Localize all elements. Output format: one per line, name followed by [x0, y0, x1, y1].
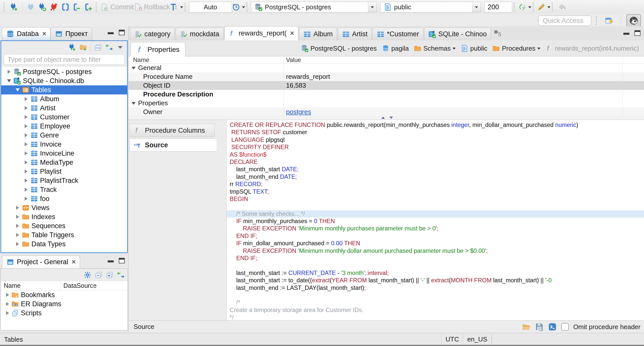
project-item-er-diagrams[interactable]: ER Diagrams [1, 299, 128, 308]
maximize-icon[interactable] [634, 30, 640, 36]
tab-database-navigator[interactable]: Databa × [2, 27, 51, 40]
breadcrumb-public[interactable]: public [459, 45, 489, 52]
grid-row-object-id[interactable]: Object ID16,583 [129, 81, 644, 90]
tree-item-artist[interactable]: Artist [1, 103, 127, 113]
collapsed-arrow-icon[interactable] [25, 151, 28, 155]
link-editor-icon[interactable] [105, 44, 113, 51]
collapsed-arrow-icon[interactable] [25, 188, 28, 192]
detail-tab-procedure-columns[interactable]: fProcedure Columns [130, 124, 215, 137]
maximize-icon[interactable] [119, 258, 125, 263]
collapsed-arrow-icon[interactable] [6, 311, 9, 315]
collapsed-arrow-icon[interactable] [6, 293, 9, 297]
collapsed-arrow-icon[interactable] [16, 215, 19, 219]
tree-item-indexes[interactable]: Indexes [1, 212, 127, 221]
collapsed-arrow-icon[interactable] [25, 160, 28, 164]
tree-item-foo[interactable]: foo [1, 194, 127, 203]
collapsed-arrow-icon[interactable] [16, 233, 19, 237]
commit-button[interactable]: Commit [100, 1, 134, 13]
new-connection-button[interactable] [8, 1, 20, 13]
sash-collapse-down-icon[interactable] [389, 117, 393, 119]
panel-sash[interactable] [129, 116, 644, 120]
plug-add-icon[interactable] [68, 44, 76, 51]
collapsed-arrow-icon[interactable] [16, 206, 19, 210]
detail-tab-source[interactable]: <>TSource [130, 139, 217, 152]
breadcrumb-postgresql-postgres[interactable]: PostgreSQL - postgres [299, 45, 378, 52]
tree-item-mediatype[interactable]: MediaType [1, 158, 127, 167]
folder-add-icon[interactable] [79, 44, 87, 51]
open-perspective-button[interactable] [603, 15, 615, 26]
tab-project-explorer[interactable]: Проект [51, 27, 92, 40]
breadcrumb-rewards-report-int4-numeric[interactable]: frewards_report(int4,numeric) [544, 45, 640, 52]
tree-item-postgresql-postgres[interactable]: PostgreSQL - postgres [1, 67, 127, 76]
tree-item-employee[interactable]: Employee [1, 122, 127, 131]
tab-project-general[interactable]: Project - General × [2, 255, 80, 268]
transaction-log-button[interactable] [170, 1, 183, 13]
combo-arrow-button[interactable] [472, 2, 481, 12]
disconnect-button[interactable] [48, 1, 60, 13]
breadcrumb-schemas[interactable]: Schemas [412, 45, 457, 52]
column-divider[interactable] [623, 56, 623, 116]
grid-row-owner[interactable]: Ownerpostgres [129, 108, 644, 116]
reconnect-button[interactable] [36, 1, 48, 13]
collapsed-arrow-icon[interactable] [25, 115, 28, 119]
collapsed-arrow-icon[interactable] [25, 169, 28, 174]
property-value[interactable]: postgres [284, 108, 644, 116]
collapsed-arrow-icon[interactable] [6, 302, 9, 306]
transaction-history-button[interactable] [232, 1, 245, 13]
column-name[interactable]: Name [1, 282, 61, 289]
connection-combo[interactable]: PostgreSQL - postgres [251, 2, 377, 12]
save-icon[interactable] [535, 323, 544, 331]
tab-close-icon[interactable]: × [290, 29, 294, 37]
close-icon[interactable]: × [42, 30, 46, 38]
transaction-add-button[interactable] [83, 1, 94, 13]
property-value[interactable]: 16,583 [284, 82, 644, 89]
connect-button[interactable] [25, 1, 36, 13]
property-value[interactable]: rewards_report [284, 73, 644, 81]
gear-icon[interactable] [84, 271, 91, 279]
view-menu-icon[interactable] [116, 44, 124, 51]
expanded-arrow-icon[interactable] [7, 79, 11, 82]
collapsed-arrow-icon[interactable] [25, 197, 28, 201]
object-filter-input[interactable] [4, 54, 125, 65]
hidden-tabs-chevron[interactable]: »5 [494, 28, 501, 38]
column-datasource[interactable]: DataSource [61, 282, 94, 289]
tree-item-data-types[interactable]: Data Types [1, 239, 127, 249]
quick-access-input[interactable] [538, 15, 591, 26]
tree-item-playlist[interactable]: Playlist [1, 167, 127, 176]
expand-all-icon[interactable] [106, 271, 113, 279]
group-expanded-icon[interactable] [132, 67, 136, 72]
tree-item-sequences[interactable]: Sequences [1, 221, 127, 230]
combo-arrow-button[interactable] [368, 2, 377, 12]
transaction-mode-button[interactable] [60, 1, 71, 13]
project-item-bookmarks[interactable]: Bookmarks [1, 290, 128, 299]
auto-commit-combo[interactable]: Auto [189, 2, 232, 12]
sql-console-icon[interactable] [548, 323, 557, 331]
tree-item-album[interactable]: Album [1, 94, 127, 103]
grid-row-procedure-name[interactable]: Procedure Namerewards_report [129, 72, 644, 81]
collapse-all-icon[interactable] [94, 44, 102, 51]
tab-properties[interactable]: f Properties [131, 42, 185, 57]
grid-row-procedure-description[interactable]: Procedure Description [129, 90, 644, 99]
editor-tab-category[interactable]: category [130, 28, 175, 40]
maximize-icon[interactable] [119, 30, 125, 35]
grid-row-properties[interactable]: Properties [129, 99, 644, 108]
rollback-button[interactable]: Rollback [134, 1, 170, 13]
close-icon[interactable]: × [72, 258, 76, 266]
tree-item-invoice[interactable]: Invoice [1, 140, 127, 149]
refresh-button[interactable] [518, 1, 531, 13]
breadcrumb-pagila[interactable]: pagila [380, 45, 410, 52]
grid-row-general[interactable]: General [129, 63, 644, 72]
collapsed-arrow-icon[interactable] [25, 133, 28, 137]
group-expanded-icon[interactable] [132, 102, 136, 107]
editor-tab-sqlite-chinoo[interactable]: SQLite - Chinoo [424, 28, 491, 40]
timezone-indicator[interactable]: UTC [446, 335, 459, 343]
collapsed-arrow-icon[interactable] [16, 224, 19, 228]
expanded-arrow-icon[interactable] [16, 88, 20, 91]
omit-procedure-header-checkbox[interactable] [561, 323, 569, 331]
tree-item-tables[interactable]: Tables [1, 85, 127, 94]
tree-item-invoiceline[interactable]: InvoiceLine [1, 149, 127, 158]
minimize-icon[interactable] [108, 32, 114, 34]
sash-collapse-up-icon[interactable] [381, 117, 385, 119]
editor-tab-mockdata[interactable]: mockdata [176, 28, 224, 40]
tree-item-sqlite-chinook-db[interactable]: SQLite - Chinook.db [1, 76, 127, 85]
